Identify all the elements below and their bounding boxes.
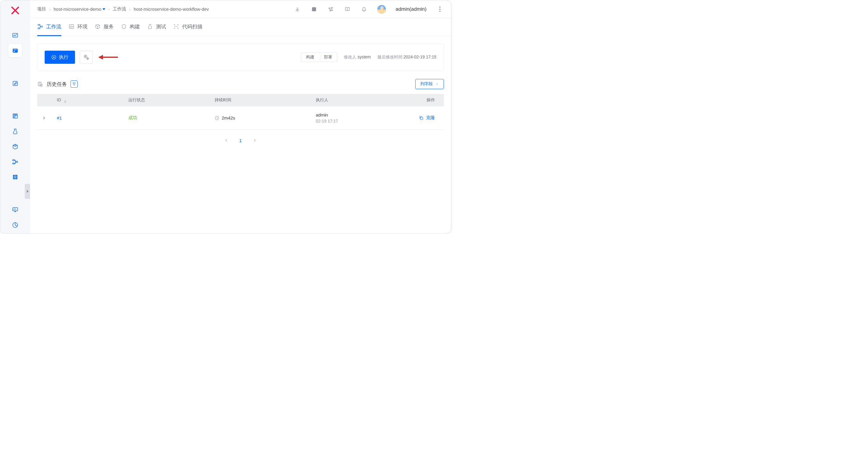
- tab-scan[interactable]: 代码扫描: [173, 18, 203, 36]
- executor-cell: admin 02-19 17:17: [316, 112, 396, 123]
- svg-rect-2: [14, 51, 15, 52]
- page-number[interactable]: 1: [239, 138, 242, 143]
- svg-rect-0: [13, 33, 18, 37]
- col-duration: 持续时间: [210, 97, 311, 103]
- arrow-annotation: [98, 54, 119, 61]
- svg-rect-1: [13, 49, 18, 52]
- history-table: ID 运行状态 持续时间 执行人 操作 #1 成功: [37, 94, 444, 130]
- tab-workflow[interactable]: 工作流: [37, 18, 61, 36]
- sidebar-item-test[interactable]: [8, 124, 22, 138]
- chevron-right-icon: ›: [108, 6, 110, 11]
- chevron-right-icon: ›: [129, 6, 131, 11]
- svg-rect-10: [16, 161, 18, 162]
- svg-rect-6: [14, 115, 15, 117]
- more-menu-button[interactable]: [436, 5, 444, 13]
- language-icon[interactable]: A文: [310, 6, 318, 13]
- svg-rect-7: [16, 115, 17, 116]
- col-executor: 执行人: [311, 97, 400, 103]
- sort-caret-icon: [64, 100, 66, 103]
- modifier-label: 修改人: [344, 55, 356, 59]
- svg-rect-24: [38, 24, 39, 25]
- breadcrumb: 项目 › host-microservice-demo › 工作流 › host…: [37, 6, 209, 12]
- svg-text:A文: A文: [312, 8, 316, 11]
- workflow-panel: 执行 构建 部署 修改人 system: [37, 43, 444, 71]
- breadcrumb-workflow-root[interactable]: 工作流: [113, 6, 126, 12]
- table-header: ID 运行状态 持续时间 执行人 操作: [37, 94, 444, 106]
- clone-button[interactable]: 克隆: [405, 115, 435, 121]
- network-icon[interactable]: [327, 6, 334, 13]
- stage-build: 构建: [301, 53, 319, 62]
- svg-point-31: [87, 58, 89, 60]
- sidebar-item-settings[interactable]: [8, 170, 22, 184]
- sidebar-item-project[interactable]: [8, 44, 22, 57]
- svg-rect-25: [38, 28, 39, 29]
- status-badge: 成功: [128, 115, 137, 120]
- tab-service[interactable]: 服务: [95, 18, 114, 36]
- sidebar-item-edit[interactable]: [8, 77, 22, 90]
- modtime-label: 最后修改时间: [377, 55, 402, 59]
- topbar: 项目 › host-microservice-demo › 工作流 › host…: [30, 0, 451, 18]
- pagination: 1: [37, 137, 444, 144]
- sidebar: [0, 0, 30, 233]
- sidebar-item-delivery[interactable]: [8, 140, 22, 153]
- filter-button[interactable]: [70, 81, 78, 88]
- stage-deploy: 部署: [319, 53, 337, 62]
- breadcrumb-workflow-name: host-microservice-demo-workflow-dev: [134, 6, 209, 11]
- stage-chips: 构建 部署: [301, 52, 337, 62]
- col-status: 运行状态: [124, 97, 210, 103]
- caret-down-icon: [102, 8, 105, 10]
- clock-icon: [215, 116, 219, 120]
- columns-button[interactable]: 列字段: [415, 79, 444, 89]
- user-label[interactable]: admin(admin): [396, 6, 427, 12]
- sidebar-expand-toggle[interactable]: [25, 184, 30, 199]
- svg-point-23: [439, 11, 440, 12]
- history-icon: [37, 81, 43, 87]
- workflow-settings-button[interactable]: [80, 51, 93, 64]
- svg-point-36: [40, 84, 42, 86]
- run-button[interactable]: 执行: [45, 51, 75, 64]
- app-logo[interactable]: [10, 6, 20, 15]
- chevron-right-icon: ›: [49, 6, 51, 11]
- task-id-link[interactable]: #1: [57, 115, 62, 120]
- sidebar-item-pipeline[interactable]: [8, 155, 22, 168]
- svg-point-21: [439, 6, 440, 8]
- tab-build[interactable]: 构建: [121, 18, 140, 36]
- svg-rect-38: [420, 117, 423, 119]
- tab-test[interactable]: 测试: [147, 18, 166, 36]
- history-header: 历史任务 列字段: [37, 79, 444, 89]
- duration-cell: 2m42s: [215, 115, 306, 120]
- col-id[interactable]: ID: [52, 97, 124, 103]
- sidebar-item-template[interactable]: [8, 109, 22, 123]
- col-ops: 操作: [400, 97, 444, 103]
- svg-rect-9: [13, 163, 14, 164]
- clone-icon: [419, 116, 424, 120]
- svg-point-32: [88, 58, 88, 59]
- svg-point-29: [85, 55, 87, 58]
- table-row: #1 成功 2m42s admin 02-19 17:17: [37, 106, 444, 130]
- docs-icon[interactable]: [344, 6, 351, 13]
- breadcrumb-project-root[interactable]: 项目: [37, 6, 46, 12]
- page-next[interactable]: [251, 137, 258, 144]
- download-icon[interactable]: [294, 6, 301, 13]
- modifier-value: system: [358, 55, 371, 59]
- tabs: 工作流 环境 服务 构建 测试 代码扫描: [30, 18, 451, 36]
- svg-point-30: [85, 56, 86, 57]
- svg-point-22: [439, 9, 440, 10]
- svg-rect-3: [14, 50, 17, 50]
- page-prev[interactable]: [223, 137, 230, 144]
- sidebar-item-dashboard[interactable]: [8, 29, 22, 42]
- svg-rect-8: [13, 160, 14, 161]
- gears-icon: [83, 54, 90, 60]
- bell-icon[interactable]: [361, 6, 368, 13]
- svg-rect-13: [13, 208, 18, 211]
- avatar[interactable]: [377, 5, 386, 14]
- history-title: 历史任务: [47, 81, 67, 88]
- svg-marker-34: [98, 55, 103, 60]
- expand-row-toggle[interactable]: [42, 116, 46, 120]
- tab-env[interactable]: 环境: [68, 18, 88, 36]
- breadcrumb-project-select[interactable]: host-microservice-demo: [54, 6, 105, 11]
- svg-rect-26: [41, 26, 42, 27]
- modtime-value: 2024-02-19 17:15: [403, 55, 436, 59]
- sidebar-item-insight[interactable]: [8, 203, 22, 216]
- sidebar-item-analytics[interactable]: [8, 218, 22, 231]
